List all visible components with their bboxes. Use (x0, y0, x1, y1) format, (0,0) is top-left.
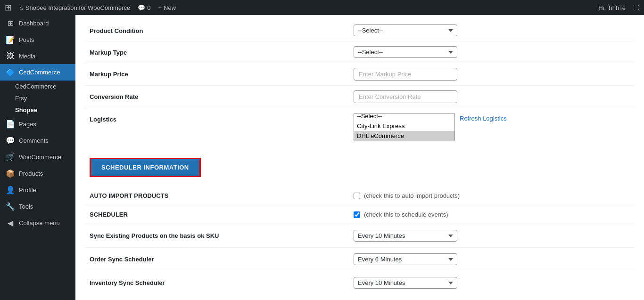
dashboard-icon: ⊞ (6, 19, 15, 28)
product-condition-label: Product Condition (85, 24, 354, 34)
sidebar-item-collapse[interactable]: ◀ Collapse menu (0, 215, 75, 231)
refresh-logistics-link[interactable]: Refresh Logistics (460, 113, 507, 122)
posts-icon: 📝 (6, 35, 15, 44)
wp-logo-icon[interactable]: ⊞ (5, 2, 12, 13)
inventory-sync-select[interactable]: Every 10 Minutes Every 6 Minutes Every M… (354, 277, 457, 289)
sidebar-item-label: Comments (19, 137, 49, 144)
conversion-rate-input[interactable] (354, 90, 457, 103)
woocommerce-icon: 🛒 (6, 153, 15, 162)
scheduler-control: (check this to schedule events) (354, 211, 448, 218)
sidebar-item-woocommerce[interactable]: 🛒 WooCommerce (0, 149, 75, 165)
scheduler-checkbox[interactable] (354, 211, 360, 218)
sidebar-item-comments[interactable]: 💬 Comments (0, 132, 75, 149)
sidebar-item-label: Products (19, 170, 43, 177)
order-sync-control: Every 10 Minutes Every 6 Minutes Every M… (354, 253, 457, 265)
auto-import-control: (check this to auto import products) (354, 192, 460, 199)
logistics-control: --Select-- City-Link Express DHL eCommer… (354, 113, 635, 141)
pages-icon: 📄 (6, 120, 15, 129)
sync-existing-row: Sync Existing Products on the basis ok S… (85, 224, 635, 248)
cedcommerce-icon: 🔷 (6, 68, 15, 77)
scheduler-row: SCHEDULER (check this to schedule events… (85, 205, 635, 224)
markup-price-label: Markup Price (85, 68, 354, 78)
logistics-label: Logistics (85, 113, 354, 123)
sync-existing-select[interactable]: Every 10 Minutes Every 6 Minutes Every M… (354, 230, 457, 242)
conversion-rate-row: Conversion Rate (85, 86, 635, 108)
scheduler-section: SCHEDULER INFORMATION AUTO IMPORT PRODUC… (75, 151, 644, 300)
sidebar-sub-shopee[interactable]: Shopee (0, 104, 75, 116)
auto-import-row: AUTO IMPORT PRODUCTS (check this to auto… (85, 186, 635, 205)
product-condition-select[interactable]: --Select-- (354, 24, 457, 36)
profile-icon: 👤 (6, 186, 15, 195)
sidebar-item-label: Posts (19, 36, 34, 43)
product-condition-row: Product Condition --Select-- (85, 20, 635, 41)
conversion-rate-control (354, 90, 635, 103)
comments-sidebar-icon: 💬 (6, 136, 15, 145)
tools-icon: 🔧 (6, 202, 15, 211)
sidebar-item-dashboard[interactable]: ⊞ Dashboard (0, 15, 75, 32)
logistics-select[interactable]: --Select-- City-Link Express DHL eCommer… (354, 113, 455, 141)
order-sync-row: Order Sync Scheduler Every 10 Minutes Ev… (85, 248, 635, 271)
new-plus-icon: + (158, 4, 162, 11)
auto-import-checkbox[interactable] (354, 193, 360, 199)
markup-type-label: Markup Type (85, 46, 354, 56)
media-icon: 🖼 (6, 52, 15, 60)
form-section: Product Condition --Select-- Markup Type… (75, 15, 644, 151)
sidebar-item-label: WooCommerce (19, 154, 61, 161)
sidebar-item-label: Dashboard (19, 20, 49, 27)
collapse-icon: ◀ (6, 219, 15, 227)
scheduler-header-box: SCHEDULER INFORMATION (90, 158, 201, 177)
inventory-sync-control: Every 10 Minutes Every 6 Minutes Every M… (354, 277, 457, 289)
sidebar-item-label: Collapse menu (19, 219, 60, 227)
comments-icon: 💬 (138, 4, 145, 11)
sync-existing-label: Sync Existing Products on the basis ok S… (85, 232, 354, 239)
markup-price-control (354, 68, 635, 81)
markup-type-select[interactable]: --Select-- (354, 46, 457, 58)
expand-icon[interactable]: ⛶ (633, 4, 639, 11)
sidebar-sub-etsy[interactable]: Etsy (0, 92, 75, 104)
home-icon: ⌂ (19, 4, 23, 11)
sync-existing-control: Every 10 Minutes Every 6 Minutes Every M… (354, 230, 457, 242)
top-bar: ⊞ ⌂ Shopee Integration for WooCommerce 💬… (0, 0, 644, 15)
markup-price-input[interactable] (354, 68, 457, 81)
sidebar-sub-cedcommerce[interactable]: CedCommerce (0, 81, 75, 92)
order-sync-select[interactable]: Every 10 Minutes Every 6 Minutes Every M… (354, 253, 457, 265)
auto-import-label: AUTO IMPORT PRODUCTS (85, 192, 354, 199)
site-name[interactable]: ⌂ Shopee Integration for WooCommerce (19, 4, 130, 11)
sidebar-item-posts[interactable]: 📝 Posts (0, 32, 75, 48)
scheduler-label: SCHEDULER (85, 211, 354, 218)
sidebar-item-tools[interactable]: 🔧 Tools (0, 198, 75, 215)
markup-type-control: --Select-- (354, 46, 635, 58)
inventory-sync-row: Inventory Sync Scheduler Every 10 Minute… (85, 271, 635, 294)
order-sync-label: Order Sync Scheduler (85, 256, 354, 263)
markup-price-row: Markup Price (85, 63, 635, 86)
scheduler-check-text: (check this to schedule events) (364, 211, 448, 218)
markup-type-row: Markup Type --Select-- (85, 41, 635, 63)
sidebar-item-products[interactable]: 📦 Products (0, 165, 75, 182)
main-content: Product Condition --Select-- Markup Type… (75, 15, 644, 300)
logistics-row: Logistics --Select-- City-Link Express D… (85, 108, 635, 146)
sidebar-item-label: Tools (19, 203, 33, 210)
sidebar-item-label: CedCommerce (19, 69, 60, 76)
conversion-rate-label: Conversion Rate (85, 90, 354, 100)
sidebar-item-pages[interactable]: 📄 Pages (0, 116, 75, 132)
sidebar: ⊞ Dashboard 📝 Posts 🖼 Media 🔷 CedCommerc… (0, 15, 75, 300)
auto-import-check-text: (check this to auto import products) (364, 192, 460, 199)
product-condition-control: --Select-- (354, 24, 635, 36)
sidebar-item-label: Profile (19, 186, 36, 194)
sidebar-item-profile[interactable]: 👤 Profile (0, 182, 75, 198)
new-link[interactable]: + New (158, 4, 176, 11)
sidebar-item-media[interactable]: 🖼 Media (0, 48, 75, 64)
comments-link[interactable]: 💬 0 (138, 4, 150, 11)
sidebar-item-cedcommerce[interactable]: 🔷 CedCommerce (0, 64, 75, 81)
user-greeting: Hi, TinhTe (598, 4, 626, 11)
sidebar-item-label: Media (19, 53, 35, 60)
sidebar-item-label: Pages (19, 121, 36, 128)
inventory-sync-label: Inventory Sync Scheduler (85, 279, 354, 286)
products-icon: 📦 (6, 169, 15, 178)
scheduler-info-button[interactable]: SCHEDULER INFORMATION (91, 159, 199, 176)
